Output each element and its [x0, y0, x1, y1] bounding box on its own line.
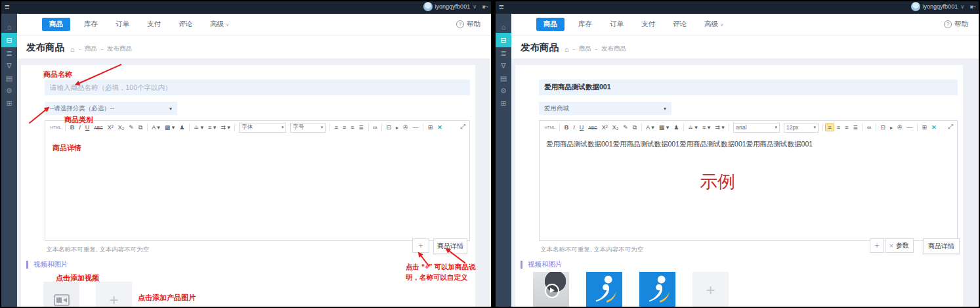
- logout-icon[interactable]: ⇤: [482, 3, 488, 11]
- param-tab[interactable]: × 参数: [885, 238, 914, 253]
- attachment-icon[interactable]: ✇: [401, 124, 411, 131]
- underline-icon[interactable]: U: [83, 124, 92, 131]
- tab-advanced[interactable]: 高级 ∨: [210, 20, 229, 29]
- format-brush-icon[interactable]: ✎: [127, 124, 137, 131]
- home-icon[interactable]: ⌂: [70, 45, 75, 53]
- settings-icon[interactable]: ⚙: [496, 85, 511, 97]
- cart-icon[interactable]: ∇: [1, 60, 17, 72]
- paste-icon[interactable]: ⧉: [136, 124, 144, 131]
- help-button[interactable]: ? 帮助: [456, 20, 480, 29]
- paste-icon[interactable]: ⧉: [630, 124, 639, 131]
- image-upload-icon[interactable]: ⊡: [384, 124, 394, 131]
- image-upload-placeholder[interactable]: +: [96, 282, 132, 307]
- align-left-icon[interactable]: ≡: [332, 124, 340, 131]
- tab-advanced[interactable]: 高级 ∨: [704, 20, 723, 29]
- settings-icon[interactable]: ⚙: [1, 85, 17, 97]
- align-right-icon[interactable]: ≡: [843, 124, 851, 131]
- breadcrumb-item[interactable]: 商品: [579, 45, 591, 53]
- alignment-menu-icon[interactable]: ≡ ▾: [700, 124, 712, 131]
- help-button[interactable]: ? 帮助: [944, 20, 968, 29]
- tab-products[interactable]: 商品: [536, 18, 565, 31]
- logout-icon[interactable]: ⇤: [970, 3, 976, 11]
- html-source-icon[interactable]: HTML: [48, 125, 63, 129]
- fullscreen-icon[interactable]: ⤢: [460, 123, 465, 131]
- category-select[interactable]: --请选择分类（必选）-- ▾: [45, 102, 177, 115]
- user-menu[interactable]: iyongqyfb001 ∨: [423, 2, 477, 11]
- hr-icon[interactable]: —: [905, 124, 915, 131]
- bg-color-icon[interactable]: ▩ ▾: [162, 124, 177, 131]
- image-upload-icon[interactable]: ⊡: [878, 124, 888, 131]
- editor-content[interactable]: [45, 134, 469, 240]
- video-thumbnail[interactable]: [533, 272, 569, 307]
- align-center-icon[interactable]: ≡: [834, 124, 842, 131]
- list-icon[interactable]: ≣: [496, 47, 511, 60]
- breadcrumb-item[interactable]: 商品: [85, 45, 97, 53]
- product-name-input[interactable]: [45, 79, 470, 95]
- product-detail-tab[interactable]: 商品详情: [923, 238, 960, 254]
- superscript-icon[interactable]: X²: [599, 124, 610, 131]
- align-left-icon[interactable]: ≡: [825, 123, 834, 131]
- font-color-icon[interactable]: A ▾: [644, 124, 657, 131]
- bold-icon[interactable]: B: [562, 124, 571, 131]
- video-upload-icon[interactable]: ▸: [887, 125, 895, 131]
- alignment-menu-icon[interactable]: ≡ ▾: [205, 124, 218, 131]
- plugin-icon[interactable]: ✕: [435, 124, 445, 131]
- align-justify-icon[interactable]: ≣: [851, 124, 861, 131]
- hr-icon[interactable]: —: [410, 124, 421, 131]
- add-image-button[interactable]: +: [692, 272, 729, 307]
- tab-products[interactable]: 商品: [42, 18, 70, 31]
- apps-icon[interactable]: ⊞: [1, 97, 17, 110]
- strikethrough-icon[interactable]: ABC: [586, 125, 599, 130]
- cart-icon[interactable]: ∇: [496, 60, 511, 72]
- link-icon[interactable]: ∞: [864, 124, 873, 131]
- format-brush-icon[interactable]: ✎: [621, 124, 631, 131]
- home-icon[interactable]: ⌂: [496, 20, 511, 33]
- editor-content[interactable]: 爱用商品测试数据001爱用商品测试数据001爱用商品测试数据001爱用商品测试数…: [540, 134, 957, 240]
- font-size-select[interactable]: 字号▾: [290, 123, 326, 133]
- image-manager-icon[interactable]: ▤: [496, 72, 511, 85]
- font-family-select[interactable]: arial▾: [733, 123, 780, 133]
- close-icon[interactable]: ×: [889, 242, 893, 250]
- fullscreen-icon[interactable]: ⤢: [948, 123, 953, 131]
- font-size-select[interactable]: 12px▾: [784, 123, 819, 133]
- tab-orders[interactable]: 订单: [116, 20, 129, 29]
- list-icon[interactable]: ≣: [1, 47, 17, 60]
- video-upload-icon[interactable]: ▸: [394, 125, 401, 131]
- tab-payment[interactable]: 支付: [147, 20, 161, 29]
- html-source-icon[interactable]: HTML: [542, 125, 557, 129]
- tab-payment[interactable]: 支付: [641, 20, 655, 29]
- plugin-icon[interactable]: ✕: [929, 124, 939, 131]
- strikethrough-icon[interactable]: ABC: [92, 125, 105, 130]
- underline-icon[interactable]: U: [577, 124, 586, 131]
- table-icon[interactable]: ⊞: [920, 124, 929, 131]
- home-icon[interactable]: ⌂: [1, 20, 17, 33]
- site-editor-icon[interactable]: ⊟: [496, 33, 511, 47]
- user-menu[interactable]: iyongqyfb001 ∨: [911, 2, 964, 11]
- tab-orders[interactable]: 订单: [610, 20, 624, 29]
- add-detail-tab-button[interactable]: +: [870, 238, 884, 253]
- italic-icon[interactable]: I: [77, 124, 83, 131]
- tab-inventory[interactable]: 库存: [578, 20, 592, 29]
- category-select[interactable]: 爱用商城 ▾: [539, 102, 671, 115]
- subscript-icon[interactable]: X₂: [610, 124, 621, 131]
- attachment-icon[interactable]: ✇: [895, 124, 905, 131]
- subscript-icon[interactable]: X₂: [116, 124, 127, 131]
- image-thumbnail[interactable]: [586, 272, 622, 307]
- tab-inventory[interactable]: 库存: [84, 20, 98, 29]
- bold-icon[interactable]: B: [68, 124, 77, 131]
- clear-format-icon[interactable]: ♟: [671, 124, 681, 131]
- image-manager-icon[interactable]: ▤: [1, 72, 17, 85]
- video-upload-placeholder[interactable]: [43, 282, 79, 307]
- align-center-icon[interactable]: ≡: [341, 124, 349, 131]
- tab-comments[interactable]: 评论: [179, 20, 192, 29]
- italic-icon[interactable]: I: [571, 124, 578, 131]
- superscript-icon[interactable]: X²: [105, 124, 116, 131]
- home-icon[interactable]: ⌂: [565, 45, 569, 53]
- font-family-select[interactable]: 字体▾: [239, 123, 286, 133]
- list-menu-icon[interactable]: ⇉ ▾: [219, 124, 233, 131]
- menu-icon[interactable]: ≡: [5, 2, 10, 12]
- tab-comments[interactable]: 评论: [673, 20, 687, 29]
- table-icon[interactable]: ⊞: [425, 124, 435, 131]
- image-thumbnail[interactable]: [639, 272, 675, 307]
- link-icon[interactable]: ∞: [371, 124, 379, 131]
